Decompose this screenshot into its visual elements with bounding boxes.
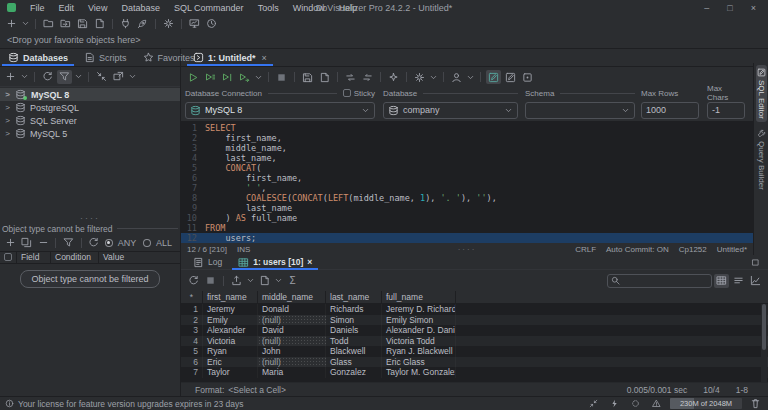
table-cell[interactable]: (null) (258, 336, 326, 347)
editor-settings-dropdown[interactable] (429, 70, 438, 84)
tab-users-result[interactable]: 1: users [10] × (230, 255, 320, 269)
table-cell[interactable]: Donald (258, 304, 326, 315)
save-script-button[interactable] (300, 70, 315, 84)
filter-tree-button[interactable] (57, 70, 72, 84)
filter-refresh-button[interactable] (87, 236, 101, 250)
close-tab-icon[interactable]: × (307, 257, 312, 267)
expand-chevron-icon[interactable]: > (4, 90, 11, 99)
execute-script-button[interactable] (203, 70, 218, 84)
commit-button[interactable] (343, 70, 358, 84)
tab-scripts[interactable]: Scripts (76, 49, 135, 66)
rollback-button[interactable] (360, 70, 375, 84)
table-cell[interactable]: (null) (258, 357, 326, 368)
permissions-button[interactable] (449, 70, 464, 84)
import-button[interactable] (58, 17, 73, 31)
aggregate-button[interactable]: Σ (285, 274, 300, 288)
table-cell[interactable]: (null) (258, 315, 326, 326)
table-cell[interactable]: Alexander D. Daniels (382, 325, 456, 336)
tab-query-builder[interactable]: Query Builder (756, 126, 767, 193)
filter-remove-button[interactable] (36, 236, 50, 250)
search-input[interactable] (623, 275, 708, 287)
table-cell[interactable]: Ryan J. Blackwell (382, 346, 456, 357)
table-cell[interactable]: Gonzalez (326, 367, 382, 378)
filter-disabled-button[interactable]: Object type cannot be filtered (20, 270, 159, 288)
table-cell[interactable]: Richards (326, 304, 382, 315)
table-cell[interactable]: Ryan (203, 346, 258, 357)
copy-result-button[interactable] (257, 274, 272, 288)
save-button[interactable] (75, 17, 90, 31)
max-rows-input[interactable] (641, 102, 699, 119)
filter-copy-button[interactable] (19, 236, 33, 250)
tab-untitled[interactable]: 1: Untitled* × (185, 49, 275, 66)
table-cell[interactable]: Glass (326, 357, 382, 368)
save-as-button[interactable] (92, 17, 107, 31)
menu-database[interactable]: Database (114, 3, 167, 13)
execute-button[interactable] (186, 70, 201, 84)
row-number-header[interactable]: * (181, 291, 203, 303)
save-script-as-button[interactable] (317, 70, 332, 84)
column-header-last-name[interactable]: last_name (326, 291, 382, 303)
maximize-button[interactable]: □ (727, 3, 732, 13)
collapse-all-button[interactable] (94, 70, 109, 84)
connection-select[interactable]: MySQL 8 (185, 102, 375, 119)
table-cell[interactable]: John (258, 346, 326, 357)
menu-window[interactable]: Window (286, 3, 332, 13)
menu-tools[interactable]: Tools (251, 3, 286, 13)
rerun-button[interactable] (186, 274, 201, 288)
table-cell[interactable]: Victoria Todd (382, 336, 456, 347)
close-button[interactable]: × (751, 3, 756, 13)
show-output-button[interactable] (520, 70, 535, 84)
table-cell[interactable]: Victoria (203, 336, 258, 347)
maximize-panel-icon[interactable] (748, 255, 763, 269)
schema-select[interactable] (525, 102, 635, 119)
expand-chevron-icon[interactable]: > (4, 129, 11, 138)
column-header-full-name[interactable]: full_name (382, 291, 456, 303)
result-search[interactable] (607, 274, 712, 288)
editor-settings-button[interactable] (412, 70, 427, 84)
max-chars-input[interactable] (707, 102, 745, 119)
collapse-window-icon[interactable] (586, 397, 601, 410)
background-tasks-icon[interactable] (628, 397, 643, 410)
table-cell[interactable]: Taylor (203, 367, 258, 378)
execute-current-button[interactable] (220, 70, 235, 84)
tab-databases[interactable]: Databases (0, 49, 76, 66)
grid-view-button[interactable] (714, 274, 729, 288)
database-select[interactable]: company (383, 102, 518, 119)
stop-button[interactable] (274, 70, 289, 84)
table-cell[interactable]: Eric (203, 357, 258, 368)
table-cell[interactable]: Taylor M. Gonzalez (382, 367, 456, 378)
table-cell[interactable]: Blackwell (326, 346, 382, 357)
tool-properties-button[interactable] (161, 17, 176, 31)
radio-any[interactable] (105, 239, 113, 247)
menu-help[interactable]: Help (332, 3, 365, 13)
format-sql-button[interactable] (386, 70, 401, 84)
memory-indicator[interactable]: 230M of 2048M (670, 398, 742, 409)
add-connection-button[interactable] (3, 70, 18, 84)
table-cell[interactable]: Emily Simon (382, 315, 456, 326)
table-cell[interactable]: Simon (326, 315, 382, 326)
table-cell[interactable]: Alexander (203, 325, 258, 336)
tree-row-mysql8[interactable]: > MySQL 8 (0, 88, 180, 101)
garbage-collect-icon[interactable] (748, 397, 763, 410)
filter-dropdown[interactable] (74, 70, 83, 84)
export-dropdown[interactable] (246, 274, 255, 288)
close-tab-icon[interactable]: × (262, 53, 267, 63)
column-header-first-name[interactable]: first_name (203, 291, 258, 303)
edit-in-window-button[interactable] (503, 70, 518, 84)
add-connection-dropdown[interactable] (20, 70, 29, 84)
new-object-button[interactable] (4, 17, 19, 31)
grid-scrollbar[interactable] (761, 304, 767, 382)
open-button[interactable] (41, 17, 56, 31)
tree-row-postgresql[interactable]: > PostgreSQL (0, 101, 180, 114)
copy-result-dropdown[interactable] (274, 274, 283, 288)
column-header-middle-name[interactable]: middle_name (258, 291, 326, 303)
connect-button[interactable] (118, 17, 133, 31)
activity-icon[interactable] (607, 397, 622, 410)
chart-view-button[interactable] (748, 274, 763, 288)
table-cell[interactable]: Maria (258, 367, 326, 378)
radio-all[interactable] (143, 239, 151, 247)
menu-file[interactable]: File (23, 3, 52, 13)
table-cell[interactable]: David (258, 325, 326, 336)
menu-sql-commander[interactable]: SQL Commander (167, 3, 251, 13)
stop-result-button[interactable] (203, 274, 218, 288)
